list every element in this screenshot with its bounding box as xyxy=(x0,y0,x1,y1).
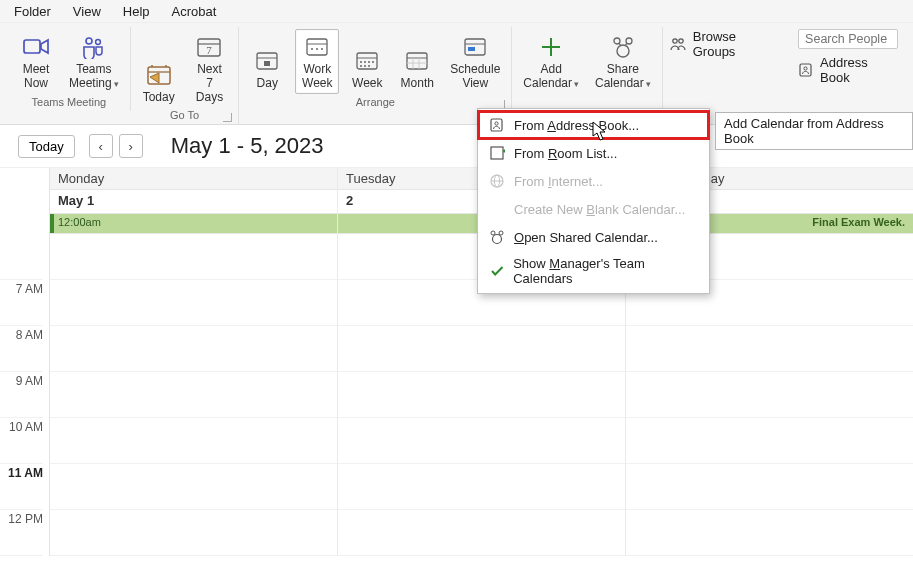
svg-point-53 xyxy=(491,231,495,235)
dropdown-from-address-book[interactable]: From Address Book... xyxy=(478,111,709,139)
next7-calendar-icon: 7 xyxy=(195,33,223,61)
svg-rect-10 xyxy=(264,61,270,66)
menu-folder[interactable]: Folder xyxy=(14,4,51,19)
menu-view[interactable]: View xyxy=(73,4,101,19)
svg-rect-32 xyxy=(468,47,475,51)
teams-meeting-button[interactable]: TeamsMeeting▾ xyxy=(64,29,124,94)
day-calendar-icon xyxy=(253,47,281,75)
share-icon xyxy=(609,33,637,61)
time-label: 10 AM xyxy=(0,418,43,464)
svg-point-14 xyxy=(316,48,318,50)
schedule-view-button[interactable]: ScheduleView xyxy=(445,29,505,94)
week-view-button[interactable]: Week xyxy=(345,43,389,94)
week-calendar-icon xyxy=(353,47,381,75)
svg-point-1 xyxy=(86,38,92,44)
date-range-title: May 1 - 5, 2023 xyxy=(171,133,324,159)
today-button[interactable]: Today xyxy=(18,135,75,158)
today-ribbon-button[interactable]: Today xyxy=(137,57,181,108)
workweek-calendar-icon xyxy=(303,33,331,61)
svg-point-22 xyxy=(360,65,362,67)
meet-now-button[interactable]: MeetNow xyxy=(14,29,58,94)
chevron-right-icon: › xyxy=(129,139,133,154)
svg-point-19 xyxy=(364,61,366,63)
next-week-button[interactable]: › xyxy=(119,134,143,158)
chevron-left-icon: ‹ xyxy=(99,139,103,154)
dropdown-from-room-list[interactable]: From Room List... xyxy=(478,139,709,167)
menu-help[interactable]: Help xyxy=(123,4,150,19)
today-calendar-icon xyxy=(145,61,173,89)
open-shared-icon xyxy=(488,228,506,246)
svg-rect-16 xyxy=(357,53,377,69)
group-label-arrange: Arrange xyxy=(356,96,395,108)
prev-week-button[interactable]: ‹ xyxy=(89,134,113,158)
dropdown-from-internet: From Internet... xyxy=(478,167,709,195)
groups-icon xyxy=(669,36,687,52)
day-header: Monday xyxy=(50,168,337,190)
svg-point-45 xyxy=(495,122,498,125)
svg-point-41 xyxy=(679,39,683,43)
plus-icon xyxy=(537,33,565,61)
schedule-view-icon xyxy=(461,33,489,61)
svg-point-13 xyxy=(311,48,313,50)
svg-point-54 xyxy=(499,231,503,235)
menu-bar: Folder View Help Acrobat xyxy=(0,0,913,23)
day-column-monday[interactable]: Monday May 1 12:00am xyxy=(50,168,338,556)
month-calendar-icon xyxy=(403,47,431,75)
search-people-input[interactable] xyxy=(798,29,898,49)
add-calendar-button[interactable]: AddCalendar▾ xyxy=(518,29,584,94)
tooltip: Add Calendar from Address Book xyxy=(715,112,913,150)
month-view-button[interactable]: Month xyxy=(395,43,439,94)
time-column: 7 AM 8 AM 9 AM 10 AM 11 AM 12 PM xyxy=(0,168,50,556)
day-view-button[interactable]: Day xyxy=(245,43,289,94)
share-calendar-button[interactable]: ShareCalendar▾ xyxy=(590,29,656,94)
svg-point-52 xyxy=(493,235,502,244)
group-label-teams: Teams Meeting xyxy=(32,96,107,108)
svg-point-21 xyxy=(372,61,374,63)
time-label xyxy=(0,234,43,280)
group-goto: Today 7 Next7 Days Go To xyxy=(131,27,240,124)
goto-launcher-icon[interactable] xyxy=(223,113,232,122)
next-7-days-button[interactable]: 7 Next7 Days xyxy=(187,29,233,107)
dropdown-open-shared[interactable]: Open Shared Calendar... xyxy=(478,223,709,251)
svg-point-23 xyxy=(364,65,366,67)
svg-point-20 xyxy=(368,61,370,63)
svg-rect-0 xyxy=(24,40,40,53)
camera-icon xyxy=(22,33,50,61)
svg-point-15 xyxy=(321,48,323,50)
svg-point-35 xyxy=(617,45,629,57)
ribbon: MeetNow TeamsMeeting▾ Teams Meeting To xyxy=(0,23,913,125)
allday-event[interactable]: 12:00am xyxy=(50,214,337,234)
group-groups: Browse Groups Address Book xyxy=(663,27,905,102)
group-teams-meeting: MeetNow TeamsMeeting▾ Teams Meeting xyxy=(8,27,131,111)
teams-icon xyxy=(80,33,108,61)
dropdown-create-blank: Create New Blank Calendar... xyxy=(478,195,709,223)
add-calendar-dropdown: From Address Book... From Room List... F… xyxy=(477,108,710,294)
time-label: 8 AM xyxy=(0,326,43,372)
time-label: 7 AM xyxy=(0,280,43,326)
group-label-goto: Go To xyxy=(170,109,199,121)
day-date: May 1 xyxy=(50,190,337,214)
room-list-icon xyxy=(488,144,506,162)
group-calendar: AddCalendar▾ ShareCalendar▾ xyxy=(512,27,662,111)
browse-groups-button[interactable]: Browse Groups xyxy=(669,29,780,59)
address-book-icon xyxy=(798,62,814,78)
svg-point-24 xyxy=(368,65,370,67)
svg-point-18 xyxy=(360,61,362,63)
checkmark-icon xyxy=(488,262,505,280)
work-week-button[interactable]: WorkWeek xyxy=(295,29,339,94)
calendar-grid: 7 AM 8 AM 9 AM 10 AM 11 AM 12 PM Monday … xyxy=(0,167,913,556)
group-arrange: Day WorkWeek Week xyxy=(239,27,512,111)
svg-point-43 xyxy=(804,67,807,70)
time-label: 11 AM xyxy=(0,464,43,510)
address-book-button[interactable]: Address Book xyxy=(798,55,899,85)
dropdown-team-calendars[interactable]: Show Manager's Team Calendars xyxy=(478,251,709,291)
globe-icon xyxy=(488,172,506,190)
svg-text:7: 7 xyxy=(207,44,213,56)
svg-point-40 xyxy=(673,39,677,43)
time-label: 12 PM xyxy=(0,510,43,556)
time-label: 9 AM xyxy=(0,372,43,418)
svg-rect-25 xyxy=(407,53,427,69)
svg-rect-11 xyxy=(307,39,327,55)
svg-rect-46 xyxy=(491,147,503,159)
menu-acrobat[interactable]: Acrobat xyxy=(172,4,217,19)
